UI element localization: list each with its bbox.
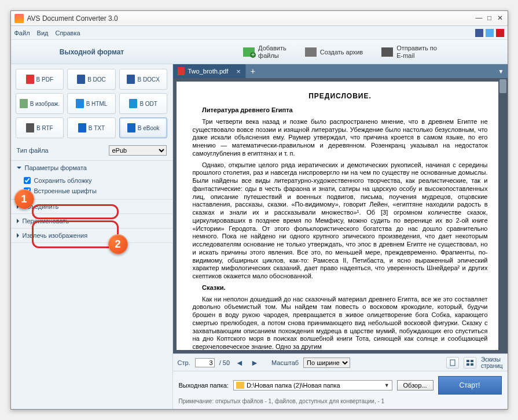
minimize-button[interactable]: — xyxy=(475,14,483,23)
page-paragraph: Однако, открытие целого ряда иератически… xyxy=(193,161,488,281)
menu-help[interactable]: Справка xyxy=(55,30,80,36)
file-type-label: Тип файла xyxy=(17,147,109,154)
format-grid: В PDF В DOC В DOCX В изображ. В HTML В O… xyxy=(11,64,172,143)
tab-close-icon[interactable]: × xyxy=(236,67,241,76)
window-title: AVS Document Converter 3.0 xyxy=(27,14,475,23)
tabs-dropdown-icon[interactable]: ▼ xyxy=(495,64,508,78)
format-image[interactable]: В изображ. xyxy=(16,93,64,114)
accordion-extract-images[interactable]: Извлечь изображения xyxy=(11,229,172,242)
svg-rect-1 xyxy=(466,360,469,362)
file-type-select[interactable]: ePub xyxy=(109,145,167,156)
create-archive-button[interactable]: Создать архив xyxy=(299,42,369,61)
facebook-icon[interactable] xyxy=(475,29,483,37)
accordion-merge[interactable]: Объединить xyxy=(11,200,172,213)
checkbox-save-cover[interactable]: Сохранить обложку xyxy=(24,177,167,184)
titlebar: AVS Document Converter 3.0 — □ ✕ xyxy=(11,11,508,26)
start-button[interactable]: Старт! xyxy=(438,376,502,395)
preview-page: ПРЕДИСЛОВИЕ. Литература древнего Египта … xyxy=(177,82,504,350)
zoom-label: Масштаб xyxy=(271,359,299,366)
format-odt[interactable]: В ODT xyxy=(119,93,168,114)
page-next-button[interactable]: ► xyxy=(249,358,260,368)
svg-rect-2 xyxy=(471,360,473,362)
toolbar: Выходной формат Добавить файлы Создать а… xyxy=(11,40,508,64)
output-folder-dropdown-icon[interactable]: ▼ xyxy=(384,382,390,388)
folder-icon xyxy=(236,382,244,389)
output-folder-field[interactable]: ▼ xyxy=(233,380,392,390)
zoom-select[interactable]: По ширине xyxy=(303,358,350,368)
checkbox-embedded-fonts[interactable]: Встроенные шрифты xyxy=(24,187,167,194)
status-note: Примечание: открытых файлов - 1, файлов,… xyxy=(179,398,502,404)
output-folder-label: Выходная папка: xyxy=(179,382,229,389)
menu-view[interactable]: Вид xyxy=(37,30,49,36)
format-html[interactable]: В HTML xyxy=(67,93,116,114)
page-subhead-1: Литература древнего Египта xyxy=(193,106,488,115)
sidebar: В PDF В DOC В DOCX В изображ. В HTML В O… xyxy=(11,64,173,409)
scrollbar-thumb[interactable] xyxy=(499,79,506,93)
bottom-panel: Выходная папка: ▼ Обзор... Старт! Примеч… xyxy=(173,371,508,409)
twitter-icon[interactable] xyxy=(486,29,494,37)
view-thumbnails-button[interactable] xyxy=(464,357,476,369)
browse-button[interactable]: Обзор... xyxy=(397,380,433,390)
format-ebook[interactable]: В eBook xyxy=(119,117,168,138)
youtube-icon[interactable] xyxy=(496,29,504,37)
page-paragraph: Три четверти века назад и позже было рас… xyxy=(193,118,488,158)
add-tab-button[interactable]: + xyxy=(246,64,260,78)
format-docx[interactable]: В DOCX xyxy=(119,69,168,90)
chevron-down-icon xyxy=(17,167,21,169)
output-folder-input[interactable] xyxy=(247,382,382,389)
format-rtf[interactable]: В RTF xyxy=(16,117,64,138)
document-preview[interactable]: ПРЕДИСЛОВИЕ. Литература древнего Египта … xyxy=(173,78,508,353)
chevron-right-icon xyxy=(17,204,19,209)
maximize-button[interactable]: □ xyxy=(486,14,494,23)
output-format-heading: Выходной формат xyxy=(11,48,173,56)
chevron-right-icon xyxy=(17,219,19,223)
page-label: Стр. xyxy=(178,359,190,366)
file-type-row: Тип файла ePub xyxy=(11,143,172,161)
accordion-rename[interactable]: Переименовать xyxy=(11,214,172,228)
thumbnails-label: Эскизы страниц xyxy=(481,356,503,369)
page-prev-button[interactable]: ◄ xyxy=(234,358,245,368)
svg-rect-3 xyxy=(466,363,469,366)
page-total: / 50 xyxy=(219,359,230,366)
page-paragraph: Как ни неполон дошедший до нас сказочный… xyxy=(193,296,488,351)
format-doc[interactable]: В DOC xyxy=(67,69,116,90)
app-icon xyxy=(14,14,24,23)
main-panel: Two_broth.pdf × + ▼ ПРЕДИСЛОВИЕ. Литерат… xyxy=(173,64,508,409)
menu-file[interactable]: Файл xyxy=(14,30,30,36)
svg-rect-0 xyxy=(450,360,455,366)
tab-document[interactable]: Two_broth.pdf × xyxy=(173,64,246,78)
menubar: Файл Вид Справка xyxy=(11,26,508,40)
format-pdf[interactable]: В PDF xyxy=(16,69,64,90)
page-current-input[interactable] xyxy=(195,358,215,367)
page-subhead-2: Сказки. xyxy=(193,284,488,292)
preview-scrollbar[interactable] xyxy=(498,78,508,353)
chevron-right-icon xyxy=(17,233,19,238)
archive-icon xyxy=(305,47,317,57)
pager-bar: Стр. / 50 ◄ ► Масштаб По ширине Эскизы с… xyxy=(173,353,508,371)
send-email-button[interactable]: Отправить по E-mail xyxy=(376,42,443,61)
add-files-button[interactable]: Добавить файлы xyxy=(237,42,292,61)
document-tabs: Two_broth.pdf × + ▼ xyxy=(173,64,508,78)
svg-rect-4 xyxy=(471,363,473,366)
email-icon xyxy=(381,47,393,57)
close-button[interactable]: ✕ xyxy=(496,14,504,23)
page-heading: ПРЕДИСЛОВИЕ. xyxy=(193,92,488,101)
format-txt[interactable]: В TXT xyxy=(67,117,116,138)
accordion-format-params[interactable]: Параметры формата xyxy=(11,161,172,175)
pdf-icon xyxy=(178,67,185,75)
view-single-page-button[interactable] xyxy=(446,357,459,369)
add-files-icon xyxy=(243,47,255,57)
app-window: AVS Document Converter 3.0 — □ ✕ Файл Ви… xyxy=(10,10,508,410)
